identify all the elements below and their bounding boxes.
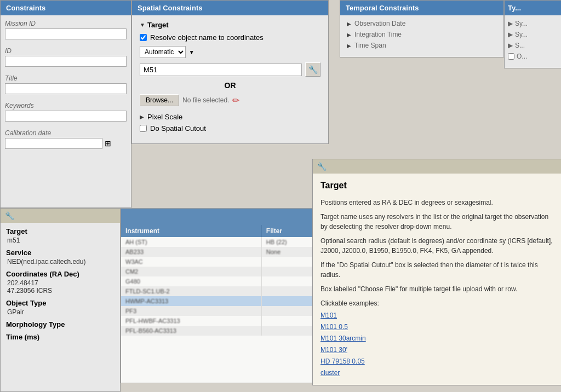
help-link-3[interactable]: M101 30' — [320, 345, 556, 355]
cell-instrument: G480 — [121, 276, 261, 286]
coordinates-field: Coordinates (RA Dec) 202.4841747.23056 I… — [6, 270, 115, 295]
clear-file-icon[interactable]: ✏ — [232, 95, 239, 106]
temporal-item-label-0: Observation Date — [354, 20, 405, 27]
keywords-input[interactable] — [5, 111, 127, 122]
spatial-cutout-row: Do Spatial Cutout — [140, 124, 320, 132]
target-input[interactable] — [140, 64, 302, 76]
title-label: Title — [5, 74, 127, 82]
temporal-panel: Temporal Constraints ▶ Observation Date … — [340, 0, 504, 57]
temporal-item-2: ▶ Time Span — [347, 42, 497, 49]
type-item-icon-2: ▶ — [508, 42, 513, 49]
id-input[interactable] — [5, 56, 127, 67]
resolver-select[interactable]: Automatic — [140, 46, 186, 58]
type-item-label-2: S... — [515, 42, 525, 49]
table-row[interactable]: PFL-B560-AC3313 — [121, 326, 328, 336]
info-panel-header: 🔧 — [1, 209, 120, 223]
table-row[interactable]: FTLD-SC1.UB-2 — [121, 286, 328, 296]
keywords-label: Keywords — [5, 102, 127, 109]
morphology-type-field: Morphology Type — [6, 320, 115, 328]
table-row[interactable]: PF3 — [121, 306, 328, 316]
service-info-value: NED(ned.ipac.caltech.edu) — [6, 258, 115, 266]
cell-instrument: PF3 — [121, 306, 261, 316]
type-item-label-1: Sy... — [515, 31, 528, 38]
col-instrument: Instrument — [121, 225, 261, 237]
clickable-label: Clickable examples: — [320, 298, 556, 308]
help-link-2[interactable]: M101 30arcmin — [320, 333, 556, 343]
id-field: ID — [5, 47, 127, 67]
target-info-label: Target — [6, 227, 115, 235]
help-links: M101 M101 0.5 M101 30arcmin M101 30' HD … — [320, 310, 556, 378]
target-title-label: Target — [147, 21, 169, 29]
target-title[interactable]: ▼ Target — [140, 21, 320, 29]
pixel-scale-expand-icon: ▶ — [140, 114, 144, 120]
main-container: Constraints Mission ID ID Title Keywords… — [0, 0, 561, 392]
cal-date-input[interactable] — [5, 138, 102, 149]
table-row[interactable]: W3AC — [121, 257, 328, 267]
title-input[interactable] — [5, 83, 127, 94]
type-item-1: ▶ Sy... — [508, 31, 560, 38]
type-item-label-3: O... — [517, 53, 527, 60]
help-link-4[interactable]: HD 79158 0.05 — [320, 356, 556, 366]
target-info-value: m51 — [6, 237, 115, 244]
table-row[interactable]: PFL-HWBF-AC3313 — [121, 316, 328, 326]
help-panel: 🔧 Target Positions entered as RA & DEC i… — [312, 159, 561, 385]
target-input-row: 🔧 — [140, 62, 320, 77]
type-checkbox-3[interactable] — [508, 53, 514, 60]
table-row[interactable]: AB233None — [121, 247, 328, 257]
type-item-icon-1: ▶ — [508, 31, 513, 38]
mission-id-label: Mission ID — [5, 20, 127, 27]
temporal-item-icon-0: ▶ — [347, 21, 351, 27]
type-item-icon-0: ▶ — [508, 20, 513, 27]
help-wrench-icon: 🔧 — [317, 162, 327, 171]
target-settings-button[interactable]: 🔧 — [305, 62, 320, 77]
target-field: Target m51 — [6, 227, 115, 244]
id-label: ID — [5, 47, 127, 55]
temporal-item-1: ▶ Integration Time — [347, 31, 497, 38]
type-item-2: ▶ S... — [508, 42, 560, 49]
help-link-1[interactable]: M101 0.5 — [320, 322, 556, 332]
pixel-scale-row[interactable]: ▶ Pixel Scale — [140, 113, 320, 121]
left-panel-header: Constraints — [1, 1, 131, 15]
help-panel-header: 🔧 — [313, 159, 561, 174]
info-panel: 🔧 Target m51 Service NED(ned.ipac.caltec… — [0, 208, 121, 392]
table-row[interactable]: G480 — [121, 276, 328, 286]
help-panel-body: Target Positions entered as RA & DEC in … — [313, 174, 561, 385]
object-type-info-value: GPair — [6, 308, 115, 316]
cal-date-icon[interactable]: ⊞ — [105, 139, 111, 148]
auto-select-row: Automatic ▼ — [140, 46, 320, 58]
type-item-label-0: Sy... — [515, 20, 528, 27]
left-panel-body: Mission ID ID Title Keywords Calibration… — [1, 15, 131, 161]
object-type-info-label: Object Type — [6, 299, 115, 307]
keywords-field: Keywords — [5, 102, 127, 122]
cell-instrument: PFL-B560-AC3313 — [121, 326, 261, 336]
mission-id-field: Mission ID — [5, 20, 127, 39]
help-para-2: Optional search radius (default is degre… — [320, 236, 556, 256]
cal-date-field: Calibration date ⊞ — [5, 129, 127, 149]
table-row[interactable]: CM2 — [121, 267, 328, 276]
resolve-row: Resolve object name to coordinates — [140, 33, 320, 42]
browse-button[interactable]: Browse... — [140, 94, 179, 106]
target-collapse-icon: ▼ — [140, 22, 145, 28]
left-constraints-panel: Constraints Mission ID ID Title Keywords… — [0, 0, 131, 208]
help-para-0: Positions entered as RA & DEC in degrees… — [320, 198, 556, 207]
coordinates-info-label: Coordinates (RA Dec) — [6, 270, 115, 278]
temporal-item-icon-1: ▶ — [347, 32, 351, 38]
cell-instrument: CM2 — [121, 267, 261, 276]
mission-id-input[interactable] — [5, 28, 127, 39]
target-section: ▼ Target Resolve object name to coordina… — [140, 21, 320, 132]
resolve-checkbox[interactable] — [140, 34, 147, 41]
spatial-constraints-panel: Spatial Constraints ▼ Target Resolve obj… — [131, 0, 329, 144]
table-row[interactable]: AH (ST)HB (22) — [121, 237, 328, 247]
cell-instrument: AH (ST) — [121, 237, 261, 247]
table-row[interactable]: HWMP-AC3313 — [121, 296, 328, 306]
type-item-0: ▶ Sy... — [508, 20, 560, 27]
help-link-5[interactable]: cluster — [320, 368, 556, 378]
spatial-cutout-checkbox[interactable] — [140, 125, 147, 132]
browse-row: Browse... No file selected. ✏ — [140, 94, 320, 106]
results-table: Instrument Filter AH (ST)HB (22)AB233Non… — [121, 225, 328, 336]
info-wrench-icon: 🔧 — [5, 211, 14, 220]
help-link-0[interactable]: M101 — [320, 310, 556, 320]
type-panel-body: ▶ Sy... ▶ Sy... ▶ S... O... — [505, 15, 561, 68]
time-field: Time (ms) — [6, 333, 115, 341]
results-area: Instrument Filter AH (ST)HB (22)AB233Non… — [121, 208, 329, 383]
